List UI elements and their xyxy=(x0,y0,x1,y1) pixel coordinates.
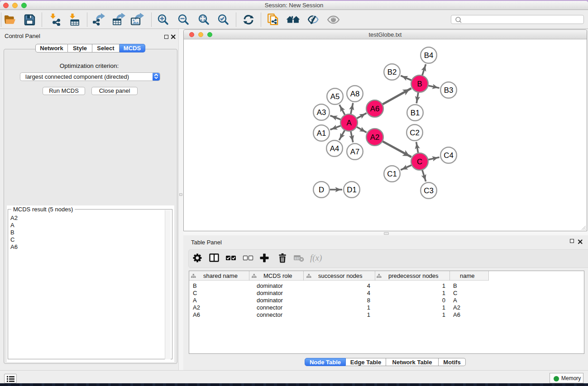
svg-text:A3: A3 xyxy=(317,108,326,117)
svg-text:C1: C1 xyxy=(387,170,397,178)
svg-text:A6: A6 xyxy=(370,105,380,113)
svg-text:A5: A5 xyxy=(330,92,340,101)
svg-text:A7: A7 xyxy=(350,148,360,156)
svg-text:C: C xyxy=(417,157,422,166)
svg-text:A4: A4 xyxy=(330,144,339,153)
svg-text:A2: A2 xyxy=(370,133,380,142)
svg-text:D: D xyxy=(319,186,324,194)
svg-text:C4: C4 xyxy=(444,151,453,160)
svg-text:C3: C3 xyxy=(424,186,433,195)
svg-text:B: B xyxy=(417,80,422,88)
svg-text:A: A xyxy=(346,119,352,127)
svg-text:B1: B1 xyxy=(411,109,420,117)
svg-text:A8: A8 xyxy=(350,90,360,98)
svg-text:B4: B4 xyxy=(424,51,434,60)
svg-text:C2: C2 xyxy=(410,129,419,137)
svg-text:B3: B3 xyxy=(444,86,454,95)
svg-text:B2: B2 xyxy=(387,68,397,76)
svg-text:D1: D1 xyxy=(347,186,356,194)
svg-text:A1: A1 xyxy=(317,129,326,138)
